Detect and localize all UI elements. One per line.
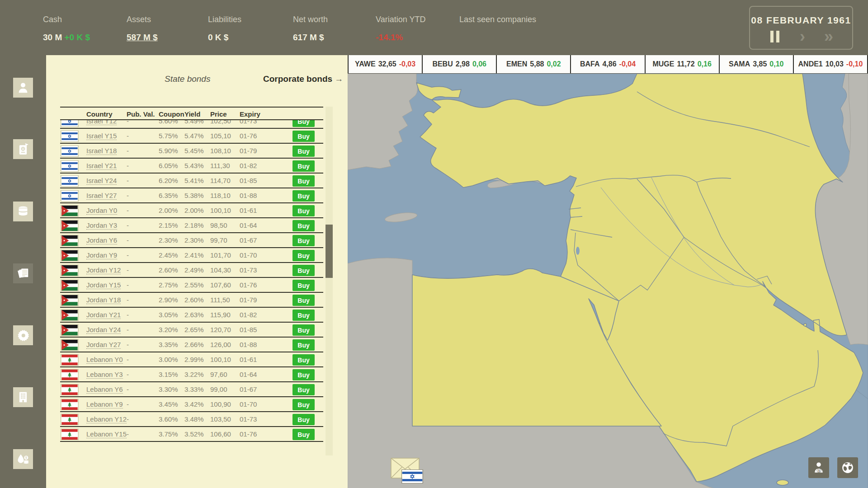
ticker-price: 3,85 bbox=[753, 60, 767, 68]
bahrain-island bbox=[804, 324, 807, 326]
buy-button[interactable]: Buy bbox=[292, 310, 315, 321]
bond-country-link[interactable]: Israel Y15 bbox=[86, 132, 117, 140]
bond-country-link[interactable]: Jordan Y15 bbox=[86, 281, 121, 289]
bond-coupon: 3.30% bbox=[159, 385, 178, 393]
bond-expiry: 01-88 bbox=[240, 341, 257, 348]
buy-button[interactable]: Buy bbox=[292, 339, 315, 351]
sidebar-button-person[interactable] bbox=[13, 78, 33, 98]
ticker-price: 32,65 bbox=[378, 60, 396, 68]
bond-country-link[interactable]: Lebanon Y3 bbox=[86, 371, 123, 379]
bond-expiry: 01-82 bbox=[240, 162, 257, 169]
ticker-item-muge[interactable]: MUGE11,720,16 bbox=[646, 55, 720, 73]
bond-country-link[interactable]: Lebanon Y6 bbox=[86, 385, 123, 394]
bond-coupon: 2.90% bbox=[159, 296, 178, 304]
bond-country-link[interactable]: Jordan Y24 bbox=[86, 326, 121, 334]
gears-icon bbox=[16, 328, 30, 342]
bond-country-link[interactable]: Israel Y18 bbox=[86, 147, 117, 155]
buy-button[interactable]: Buy bbox=[292, 220, 315, 231]
sidebar-button-gears[interactable] bbox=[13, 325, 33, 345]
envelope-icon[interactable] bbox=[390, 456, 425, 484]
bond-yield: 3.22% bbox=[184, 371, 204, 378]
buy-button[interactable]: Buy bbox=[292, 414, 315, 425]
fast-forward-button[interactable]: » bbox=[824, 29, 833, 44]
tab-state-bonds[interactable]: State bonds bbox=[165, 74, 210, 84]
bond-yield: 2.00% bbox=[184, 206, 204, 214]
ticker-item-bebu[interactable]: BEBU2,980,06 bbox=[423, 55, 497, 73]
sidebar-button-oil-money[interactable]: $ bbox=[13, 449, 33, 469]
bond-country-link[interactable]: Lebanon Y0 bbox=[86, 356, 123, 364]
ticker-symbol: BEBU bbox=[432, 60, 453, 68]
tab-corporate-bonds[interactable]: Corporate bonds → bbox=[263, 74, 343, 84]
bond-country-link[interactable]: Lebanon Y15 bbox=[86, 430, 127, 438]
bond-pub-val: - bbox=[127, 132, 129, 140]
bond-country-link[interactable]: Jordan Y12 bbox=[86, 266, 121, 274]
sidebar-button-building[interactable] bbox=[13, 387, 33, 407]
sidebar-button-passport[interactable] bbox=[13, 139, 33, 159]
buy-button[interactable]: Buy bbox=[292, 354, 315, 366]
bond-country-link[interactable]: Jordan Y21 bbox=[86, 311, 121, 319]
bond-price: 107,60 bbox=[210, 281, 231, 289]
bond-coupon: 6.35% bbox=[159, 192, 178, 199]
bond-expiry: 01-73 bbox=[240, 266, 257, 274]
bond-yield: 2.60% bbox=[184, 296, 204, 304]
buy-button[interactable]: Buy bbox=[292, 250, 315, 261]
buy-button[interactable]: Buy bbox=[292, 190, 315, 202]
map-button-person-money[interactable]: $ bbox=[808, 457, 829, 478]
svg-text:$: $ bbox=[25, 456, 27, 460]
ticker-item-bafa[interactable]: BAFA4,86-0,04 bbox=[571, 55, 645, 73]
buy-button[interactable]: Buy bbox=[292, 324, 315, 336]
bond-country-link[interactable]: Lebanon Y12 bbox=[86, 415, 127, 423]
bond-country-link[interactable]: Israel Y12 bbox=[86, 120, 117, 125]
buy-button[interactable]: Buy bbox=[292, 265, 315, 276]
scrollbar-thumb[interactable] bbox=[326, 225, 333, 278]
ticker-item-ande1[interactable]: ANDE110,03-0,10 bbox=[794, 55, 868, 73]
sidebar-button-coins[interactable] bbox=[13, 202, 33, 221]
buy-button[interactable]: Buy bbox=[292, 399, 315, 410]
bond-expiry: 01-76 bbox=[240, 281, 257, 289]
buy-button[interactable]: Buy bbox=[292, 145, 315, 157]
buy-button[interactable]: Buy bbox=[292, 369, 315, 380]
play-button[interactable]: › bbox=[800, 29, 805, 44]
buy-button[interactable]: Buy bbox=[292, 429, 315, 440]
bond-country-link[interactable]: Jordan Y18 bbox=[86, 296, 121, 304]
ticker-item-yawe[interactable]: YAWE32,65-0,03 bbox=[348, 55, 423, 73]
bond-price: 115,90 bbox=[210, 311, 231, 319]
bond-country-link[interactable]: Israel Y21 bbox=[86, 162, 117, 170]
bond-country-link[interactable]: Jordan Y6 bbox=[86, 236, 117, 244]
table-scrollbar[interactable] bbox=[326, 107, 333, 455]
buy-button[interactable]: Buy bbox=[292, 280, 315, 291]
map-button-globe[interactable] bbox=[837, 457, 858, 478]
ticker-item-sama[interactable]: SAMA3,850,10 bbox=[720, 55, 794, 73]
bond-yield: 5.49% bbox=[184, 120, 204, 125]
ticker-item-emen[interactable]: EMEN5,880,02 bbox=[497, 55, 571, 73]
bonds-table: CountryPub. Val.CouponYieldPriceExpiryIs… bbox=[60, 107, 323, 442]
bond-expiry: 01-67 bbox=[240, 236, 257, 244]
bond-yield: 5.47% bbox=[184, 132, 204, 140]
buy-button[interactable]: Buy bbox=[292, 160, 315, 172]
buy-button[interactable]: Buy bbox=[292, 295, 315, 306]
bond-country-link[interactable]: Lebanon Y9 bbox=[86, 400, 123, 408]
buy-button[interactable]: Buy bbox=[292, 235, 315, 246]
bond-country-link[interactable]: Jordan Y9 bbox=[86, 251, 117, 259]
buy-button[interactable]: Buy bbox=[292, 384, 315, 395]
bond-country-link[interactable]: Jordan Y27 bbox=[86, 341, 121, 349]
building-icon bbox=[16, 390, 30, 404]
world-map[interactable]: $ bbox=[348, 74, 868, 488]
ticker-price: 5,88 bbox=[530, 60, 544, 68]
sidebar-button-newspaper[interactable] bbox=[13, 263, 33, 283]
bond-expiry: 01-61 bbox=[240, 356, 257, 363]
table-row: Jordan Y9-2.45%2.41%101,7001-70Buy bbox=[60, 248, 323, 263]
buy-button[interactable]: Buy bbox=[292, 120, 315, 127]
bond-country-link[interactable]: Jordan Y3 bbox=[86, 221, 117, 230]
bond-expiry: 01-61 bbox=[240, 206, 257, 214]
bond-expiry: 01-70 bbox=[240, 251, 257, 259]
pause-button[interactable] bbox=[769, 29, 781, 44]
buy-button[interactable]: Buy bbox=[292, 175, 315, 187]
buy-button[interactable]: Buy bbox=[292, 205, 315, 216]
buy-button[interactable]: Buy bbox=[292, 131, 315, 142]
bond-country-link[interactable]: Jordan Y0 bbox=[86, 206, 117, 215]
bond-country-link[interactable]: Israel Y24 bbox=[86, 177, 117, 185]
bond-country-link[interactable]: Israel Y27 bbox=[86, 192, 117, 200]
israel-flag-icon bbox=[61, 161, 78, 171]
bond-expiry: 01-70 bbox=[240, 400, 257, 408]
